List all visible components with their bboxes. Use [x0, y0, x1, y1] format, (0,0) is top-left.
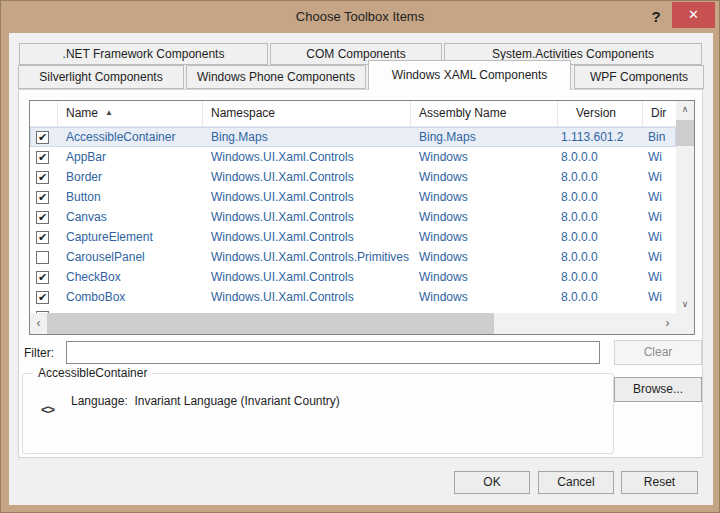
- horizontal-scrollbar[interactable]: ‹ ›: [30, 313, 676, 334]
- scroll-up-button[interactable]: ∧: [676, 101, 694, 118]
- cell-namespace: Windows.UI.Xaml.Controls: [203, 287, 411, 307]
- row-checkbox[interactable]: ✔: [36, 211, 49, 224]
- column-header-dir[interactable]: Dir: [643, 101, 676, 126]
- table-rows: ✔AccessibleContainerBing.MapsBing.Maps1.…: [30, 127, 676, 313]
- row-checkbox[interactable]: ✔: [36, 151, 49, 164]
- table-row-checkbox[interactable]: ✔CheckBoxWindows.UI.Xaml.ControlsWindows…: [30, 267, 676, 287]
- tab-silverlight-components[interactable]: Silverlight Components: [18, 65, 184, 89]
- cell-version: 8.0.0.0: [558, 187, 643, 207]
- cell-dir: Wi: [643, 227, 676, 247]
- horizontal-scroll-thumb[interactable]: [47, 313, 494, 334]
- filter-label: Filter:: [24, 342, 54, 365]
- cell-assembly: Windows: [411, 287, 558, 307]
- cell-name: CheckBox: [58, 267, 203, 287]
- vertical-scrollbar[interactable]: ∧ ∨: [676, 101, 694, 313]
- details-group-title: AccessibleContainer: [33, 366, 152, 381]
- cell-version: 8.0.0.0: [558, 147, 643, 167]
- cancel-button[interactable]: Cancel: [538, 471, 614, 494]
- ok-button[interactable]: OK: [454, 471, 530, 494]
- column-header-checkbox[interactable]: [30, 101, 58, 126]
- cell-version: 8.0.0.0: [558, 267, 643, 287]
- table-header: Name▲NamespaceAssembly NameVersionDir: [30, 101, 676, 127]
- table-row-carouselpanel[interactable]: CarouselPanelWindows.UI.Xaml.Controls.Pr…: [30, 247, 676, 267]
- cell-assembly: Windows: [411, 147, 558, 167]
- table-row-captureelement[interactable]: ✔CaptureElementWindows.UI.Xaml.ControlsW…: [30, 227, 676, 247]
- titlebar: Choose Toolbox Items ? ✕: [1, 1, 719, 33]
- cell-assembly: Windows: [411, 267, 558, 287]
- row-checkbox[interactable]: ✔: [36, 131, 49, 144]
- cell-assembly: Windows: [411, 187, 558, 207]
- close-icon: ✕: [688, 7, 699, 22]
- row-checkbox[interactable]: ✔: [36, 231, 49, 244]
- row-checkbox[interactable]: ✔: [36, 191, 49, 204]
- table-row-border[interactable]: ✔BorderWindows.UI.Xaml.ControlsWindows8.…: [30, 167, 676, 187]
- row-checkbox[interactable]: ✔: [36, 291, 49, 304]
- components-table: Name▲NamespaceAssembly NameVersionDir ✔A…: [29, 100, 695, 335]
- checkbox-cell: ✔: [30, 207, 58, 227]
- scroll-down-button[interactable]: ∨: [676, 296, 694, 313]
- cell-version: 8.0.0.0: [558, 167, 643, 187]
- cell-namespace: Windows.UI.Xaml.Controls: [203, 207, 411, 227]
- cell-assembly: Windows: [411, 247, 558, 267]
- checkbox-cell: ✔: [30, 227, 58, 247]
- column-header-version[interactable]: Version: [558, 101, 643, 126]
- sort-ascending-icon: ▲: [105, 108, 113, 117]
- column-header-name[interactable]: Name▲: [58, 101, 203, 126]
- scroll-right-icon: ›: [666, 316, 670, 330]
- table-row-canvas[interactable]: ✔CanvasWindows.UI.Xaml.ControlsWindows8.…: [30, 207, 676, 227]
- row-checkbox[interactable]: ✔: [36, 171, 49, 184]
- cell-version: 8.0.0.0: [558, 247, 643, 267]
- cell-name: Canvas: [58, 207, 203, 227]
- cell-version: 8.0.0.0: [558, 287, 643, 307]
- reset-button[interactable]: Reset: [621, 471, 698, 494]
- filter-input[interactable]: [66, 341, 600, 364]
- cell-dir: Wi: [643, 267, 676, 287]
- table-row-accessiblecontainer[interactable]: ✔AccessibleContainerBing.MapsBing.Maps1.…: [30, 127, 676, 147]
- tab-wpf-components[interactable]: WPF Components: [574, 65, 704, 89]
- column-header-assembly-name[interactable]: Assembly Name: [411, 101, 558, 126]
- cell-name: AppBar: [58, 147, 203, 167]
- checkbox-cell: ✔: [30, 167, 58, 187]
- cell-namespace: Windows.UI.Xaml.Controls: [203, 147, 411, 167]
- scroll-left-icon: ‹: [37, 316, 41, 330]
- row-checkbox[interactable]: ✔: [36, 271, 49, 284]
- checkbox-cell: ✔: [30, 267, 58, 287]
- checkbox-cell: ✔: [30, 147, 58, 167]
- browse-button[interactable]: Browse...: [614, 377, 702, 402]
- clear-button[interactable]: Clear: [614, 340, 702, 365]
- tab--net-framework-components[interactable]: .NET Framework Components: [19, 43, 268, 65]
- column-header-namespace[interactable]: Namespace: [203, 101, 411, 126]
- dialog-body: .NET Framework ComponentsCOM ComponentsS…: [9, 33, 713, 505]
- checkbox-cell: ✔: [30, 127, 58, 147]
- help-button[interactable]: ?: [646, 4, 666, 29]
- cell-version: 1.113.601.2: [558, 127, 643, 147]
- table-row-combobox[interactable]: ✔ComboBoxWindows.UI.Xaml.ControlsWindows…: [30, 287, 676, 307]
- checkbox-cell: ✔: [30, 287, 58, 307]
- table-row-appbar[interactable]: ✔AppBarWindows.UI.Xaml.ControlsWindows8.…: [30, 147, 676, 167]
- tab-windows-phone-components[interactable]: Windows Phone Components: [186, 65, 366, 89]
- details-groupbox: AccessibleContainer <> Language: Invaria…: [22, 373, 614, 454]
- scroll-down-icon: ∨: [682, 299, 689, 309]
- scroll-right-button[interactable]: ›: [659, 313, 676, 334]
- code-tag-icon: <>: [41, 402, 54, 417]
- cell-dir: Wi: [643, 287, 676, 307]
- scroll-left-button[interactable]: ‹: [30, 313, 47, 334]
- cell-dir: Wi: [643, 147, 676, 167]
- scrollbar-corner: [676, 313, 694, 334]
- tab-windows-xaml-components[interactable]: Windows XAML Components: [368, 60, 571, 90]
- cell-name: CaptureElement: [58, 227, 203, 247]
- cell-name: CarouselPanel: [58, 247, 203, 267]
- window-title: Choose Toolbox Items: [1, 1, 719, 33]
- cell-namespace: Windows.UI.Xaml.Controls.Primitives: [203, 247, 411, 267]
- cell-assembly: Bing.Maps: [411, 127, 558, 147]
- cell-namespace: Windows.UI.Xaml.Controls: [203, 167, 411, 187]
- scroll-up-icon: ∧: [682, 104, 689, 114]
- cell-dir: Wi: [643, 167, 676, 187]
- cell-namespace: Bing.Maps: [203, 127, 411, 147]
- row-checkbox[interactable]: [36, 251, 49, 264]
- cell-assembly: Windows: [411, 227, 558, 247]
- close-button[interactable]: ✕: [672, 2, 715, 28]
- table-row-button[interactable]: ✔ButtonWindows.UI.Xaml.ControlsWindows8.…: [30, 187, 676, 207]
- cell-assembly: Windows: [411, 167, 558, 187]
- vertical-scroll-thumb[interactable]: [676, 120, 694, 146]
